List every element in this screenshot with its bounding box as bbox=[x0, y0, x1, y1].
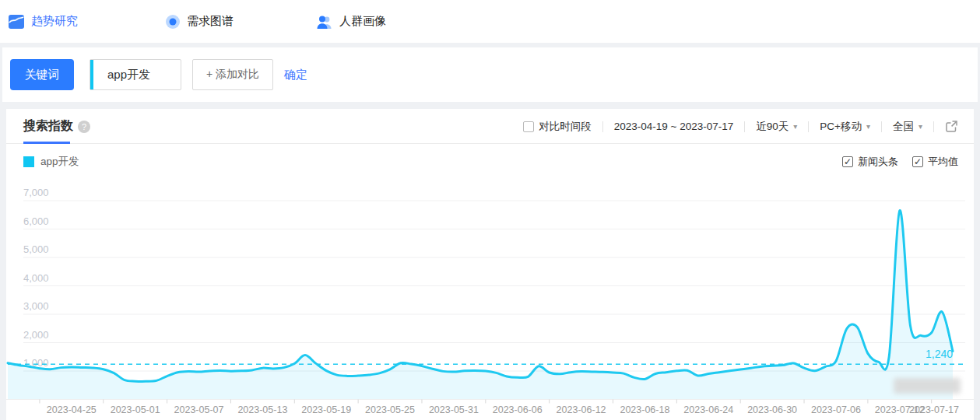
average-toggle[interactable]: ✓ 平均值 bbox=[912, 155, 958, 169]
svg-text:2023-06-30: 2023-06-30 bbox=[747, 404, 797, 415]
trend-line-chart[interactable]: 1,0002,0003,0004,0005,0006,0007,0001,240… bbox=[6, 183, 974, 420]
svg-text:6,000: 6,000 bbox=[23, 215, 49, 227]
divider bbox=[933, 121, 934, 132]
keyword-bar: 关键词 + 添加对比 确定 bbox=[2, 47, 978, 102]
keyword-input[interactable] bbox=[98, 60, 179, 89]
svg-text:2023-05-07: 2023-05-07 bbox=[174, 404, 224, 415]
top-nav: 趋势研究 需求图谱 人群画像 bbox=[0, 0, 980, 43]
compare-period-label: 对比时间段 bbox=[539, 120, 592, 134]
svg-text:3,000: 3,000 bbox=[23, 300, 49, 312]
divider bbox=[881, 121, 882, 132]
series-legend-label: app开发 bbox=[40, 155, 79, 169]
svg-text:2023-04-25: 2023-04-25 bbox=[47, 404, 97, 415]
svg-text:2023-05-19: 2023-05-19 bbox=[301, 404, 351, 415]
average-checkbox[interactable]: ✓ bbox=[912, 156, 923, 167]
svg-text:4,000: 4,000 bbox=[23, 272, 49, 284]
series-swatch bbox=[23, 156, 34, 167]
series-color-strip bbox=[90, 60, 93, 89]
divider bbox=[808, 121, 809, 132]
nav-item-label: 趋势研究 bbox=[31, 14, 78, 29]
help-icon[interactable]: ? bbox=[78, 121, 90, 133]
device-select[interactable]: PC+移动 ▾ bbox=[820, 120, 870, 134]
device-value: PC+移动 bbox=[820, 120, 862, 134]
region-value: 全国 bbox=[893, 120, 914, 134]
watermark-blur bbox=[894, 378, 961, 394]
nav-item-audience-profile[interactable]: 人群画像 bbox=[316, 0, 386, 43]
svg-text:2023-05-01: 2023-05-01 bbox=[111, 404, 160, 415]
keyword-type-button[interactable]: 关键词 bbox=[10, 59, 74, 90]
svg-text:2023-06-06: 2023-06-06 bbox=[493, 404, 543, 415]
svg-text:1,240: 1,240 bbox=[926, 348, 953, 360]
average-label: 平均值 bbox=[928, 155, 958, 169]
divider bbox=[602, 121, 603, 132]
active-tab-indicator bbox=[23, 142, 70, 144]
people-icon bbox=[316, 14, 333, 30]
nav-item-label: 人群画像 bbox=[339, 14, 386, 29]
svg-text:2023-05-31: 2023-05-31 bbox=[429, 404, 479, 415]
chart-toolbar: 对比时间段 2023-04-19 ~ 2023-07-17 近90天 ▾ PC+… bbox=[523, 109, 958, 144]
legend-row: app开发 ✓ 新闻头条 ✓ 平均值 bbox=[6, 152, 974, 177]
date-range-value[interactable]: 2023-04-19 ~ 2023-07-17 bbox=[614, 121, 734, 132]
chevron-down-icon: ▾ bbox=[866, 122, 870, 131]
confirm-link[interactable]: 确定 bbox=[284, 68, 307, 82]
external-link-icon[interactable] bbox=[945, 120, 958, 133]
add-compare-button[interactable]: + 添加对比 bbox=[192, 59, 273, 90]
compare-period-toggle[interactable]: 对比时间段 bbox=[523, 120, 592, 134]
page-title: 搜索指数 bbox=[23, 118, 73, 135]
svg-text:7,000: 7,000 bbox=[23, 187, 49, 198]
chevron-down-icon: ▾ bbox=[793, 122, 797, 131]
panel-header: 搜索指数 ? 对比时间段 2023-04-19 ~ 2023-07-17 近90… bbox=[6, 109, 974, 144]
svg-text:2023-06-24: 2023-06-24 bbox=[683, 404, 733, 415]
time-range-value: 近90天 bbox=[756, 120, 789, 134]
svg-text:5,000: 5,000 bbox=[23, 243, 49, 255]
time-range-select[interactable]: 近90天 ▾ bbox=[756, 120, 797, 134]
radar-icon bbox=[165, 14, 181, 30]
news-headlines-toggle[interactable]: ✓ 新闻头条 bbox=[842, 155, 898, 169]
svg-text:2023-05-13: 2023-05-13 bbox=[237, 404, 287, 415]
svg-text:2023-06-18: 2023-06-18 bbox=[620, 404, 669, 415]
svg-text:2023-07-17: 2023-07-17 bbox=[909, 404, 959, 415]
news-headlines-label: 新闻头条 bbox=[858, 155, 898, 169]
tab-search-index[interactable]: 搜索指数 ? bbox=[23, 109, 90, 144]
nav-item-label: 需求图谱 bbox=[187, 14, 234, 29]
search-index-panel: 搜索指数 ? 对比时间段 2023-04-19 ~ 2023-07-17 近90… bbox=[6, 109, 974, 420]
chevron-down-icon: ▾ bbox=[919, 122, 922, 131]
series-legend-item[interactable]: app开发 bbox=[23, 155, 79, 169]
overlay-toggles: ✓ 新闻头条 ✓ 平均值 bbox=[842, 155, 958, 169]
compare-period-checkbox[interactable] bbox=[523, 121, 534, 132]
svg-text:2,000: 2,000 bbox=[23, 329, 49, 341]
svg-text:2023-06-12: 2023-06-12 bbox=[557, 404, 606, 415]
region-select[interactable]: 全国 ▾ bbox=[893, 120, 922, 134]
svg-text:2023-05-25: 2023-05-25 bbox=[365, 404, 415, 415]
nav-item-demand-graph[interactable]: 需求图谱 bbox=[165, 0, 234, 43]
nav-item-trend-research[interactable]: 趋势研究 bbox=[8, 0, 78, 43]
trend-chart-icon bbox=[8, 13, 25, 30]
svg-text:2023-07-06: 2023-07-06 bbox=[811, 404, 861, 415]
search-index-chart[interactable]: 1,0002,0003,0004,0005,0006,0007,0001,240… bbox=[6, 183, 974, 420]
news-headlines-checkbox[interactable]: ✓ bbox=[842, 156, 853, 167]
divider bbox=[744, 121, 745, 132]
keyword-input-box bbox=[90, 59, 181, 90]
